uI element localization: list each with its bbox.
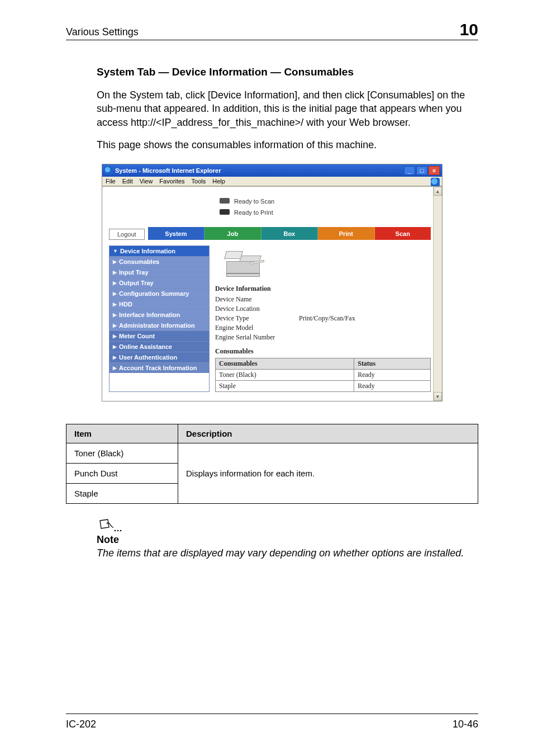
menu-file[interactable]: File	[106, 178, 116, 185]
menu-edit[interactable]: Edit	[122, 178, 133, 185]
th-description: Description	[178, 424, 478, 443]
consumables-col-status: Status	[354, 358, 431, 370]
running-head-left: Various Settings	[66, 26, 139, 38]
scroll-up-arrow[interactable]: ▴	[434, 187, 442, 196]
scanner-status-icon	[218, 197, 231, 206]
cell-name: Staple	[216, 381, 354, 392]
close-button[interactable]: ×	[429, 166, 440, 175]
triangle-right-icon: ▶	[113, 259, 117, 264]
item-description-table: Item Description Toner (Black) Displays …	[66, 424, 478, 504]
svg-point-2	[120, 530, 122, 532]
sidebar-item-user-auth[interactable]: ▶User Authentication	[110, 352, 209, 363]
sidebar-item-output-tray[interactable]: ▶Output Tray	[110, 278, 209, 289]
scroll-down-arrow[interactable]: ▾	[434, 392, 442, 401]
ie-icon	[104, 167, 112, 174]
triangle-right-icon: ▶	[113, 344, 117, 349]
device-type-label: Device Type	[215, 314, 299, 323]
status-print-label: Ready to Print	[234, 209, 273, 216]
device-name-label: Device Name	[215, 295, 299, 304]
triangle-right-icon: ▶	[113, 280, 117, 286]
maximize-button[interactable]: □	[416, 166, 427, 175]
triangle-right-icon: ▶	[113, 323, 117, 328]
triangle-right-icon: ▶	[113, 365, 117, 371]
tab-print[interactable]: Print	[318, 227, 374, 240]
sidebar-item-label: Account Track Information	[119, 365, 197, 371]
device-illustration	[221, 245, 271, 279]
svg-point-1	[117, 530, 119, 532]
device-info-heading: Device Information	[215, 285, 431, 293]
sidebar-item-hdd[interactable]: ▶HDD	[110, 299, 209, 310]
printer-status-icon	[218, 208, 231, 217]
engine-model-label: Engine Model	[215, 324, 299, 332]
sidebar-item-meter-count[interactable]: ▶Meter Count	[110, 331, 209, 342]
engine-serial-label: Engine Serial Number	[215, 333, 299, 342]
window-titlebar[interactable]: System - Microsoft Internet Explorer _ □…	[102, 164, 442, 177]
footer-page: 10-46	[453, 719, 478, 730]
table-row: Toner (Black) Ready	[216, 370, 431, 381]
sidebar-item-label: Interface Information	[119, 311, 180, 318]
td-item: Toner (Black)	[66, 443, 178, 464]
device-type-value: Print/Copy/Scan/Fax	[299, 314, 355, 323]
sidebar-item-label: Input Tray	[119, 269, 149, 276]
note-icon	[97, 518, 115, 533]
consumables-col-name: Consumables	[216, 358, 354, 370]
ie-logo-icon	[431, 178, 440, 187]
browser-content: ▴ ▾ Ready to Scan Ready to Print Logout …	[102, 186, 442, 401]
sidebar-item-label: Configuration Summary	[119, 290, 189, 297]
note-label: Note	[97, 534, 478, 546]
window-title: System - Microsoft Internet Explorer	[115, 167, 221, 174]
section-heading: System Tab — Device Information — Consum…	[97, 66, 478, 78]
sidebar-item-online-assist[interactable]: ▶Online Assistance	[110, 342, 209, 352]
sidebar-item-label: Online Assistance	[119, 343, 172, 350]
body-paragraph-2: This page shows the consumables informat…	[97, 138, 478, 152]
sidebar-item-consumables[interactable]: ▶Consumables	[110, 257, 209, 267]
side-nav: ▼Device Information ▶Consumables ▶Input …	[109, 245, 210, 392]
th-item: Item	[66, 424, 178, 443]
triangle-right-icon: ▶	[113, 333, 117, 339]
sidebar-item-label: Device Information	[120, 248, 175, 254]
td-item: Staple	[66, 484, 178, 504]
menu-bar[interactable]: File Edit View Favorites Tools Help	[102, 177, 442, 186]
vertical-scrollbar[interactable]: ▴ ▾	[433, 187, 442, 401]
sidebar-item-admin-info[interactable]: ▶Administrator Information	[110, 320, 209, 331]
tab-system[interactable]: System	[148, 227, 204, 240]
cell-name: Toner (Black)	[216, 370, 354, 381]
menu-tools[interactable]: Tools	[192, 178, 206, 185]
td-item: Punch Dust	[66, 464, 178, 484]
triangle-right-icon: ▶	[113, 301, 117, 307]
table-row: Staple Ready	[216, 381, 431, 392]
tab-box[interactable]: Box	[261, 227, 318, 240]
svg-point-0	[115, 530, 116, 532]
consumables-table: Consumables Status Toner (Black) Ready S…	[215, 358, 431, 392]
menu-help[interactable]: Help	[212, 178, 225, 185]
chapter-number: 10	[460, 21, 478, 38]
td-description: Displays information for each item.	[178, 443, 478, 504]
menu-favorites[interactable]: Favorites	[159, 178, 184, 185]
logout-button[interactable]: Logout	[109, 229, 145, 240]
triangle-right-icon: ▶	[113, 355, 117, 360]
sidebar-item-label: Administrator Information	[119, 322, 195, 329]
tab-job[interactable]: Job	[204, 227, 261, 240]
menu-view[interactable]: View	[140, 178, 153, 185]
consumables-heading: Consumables	[215, 347, 431, 356]
triangle-right-icon: ▶	[113, 270, 117, 275]
sidebar-item-device-info[interactable]: ▼Device Information	[110, 246, 209, 257]
body-paragraph-1: On the System tab, click [Device Informa…	[97, 88, 478, 129]
triangle-right-icon: ▶	[113, 312, 117, 318]
note-text: The items that are displayed may vary de…	[97, 547, 478, 560]
screenshot-browser-window: System - Microsoft Internet Explorer _ □…	[102, 164, 442, 401]
sidebar-item-label: Output Tray	[119, 280, 154, 286]
sidebar-item-account-track[interactable]: ▶Account Track Information	[110, 363, 209, 373]
cell-status: Ready	[354, 370, 431, 381]
sidebar-item-label: Consumables	[119, 258, 159, 265]
sidebar-item-label: HDD	[119, 301, 132, 308]
minimize-button[interactable]: _	[404, 166, 415, 175]
device-location-label: Device Location	[215, 305, 299, 313]
sidebar-item-interface-info[interactable]: ▶Interface Information	[110, 310, 209, 320]
sidebar-item-label: Meter Count	[119, 333, 155, 339]
tab-scan[interactable]: Scan	[375, 227, 431, 240]
triangle-right-icon: ▶	[113, 291, 117, 296]
sidebar-item-input-tray[interactable]: ▶Input Tray	[110, 267, 209, 278]
sidebar-item-label: User Authentication	[119, 354, 177, 361]
sidebar-item-config-summary[interactable]: ▶Configuration Summary	[110, 289, 209, 299]
